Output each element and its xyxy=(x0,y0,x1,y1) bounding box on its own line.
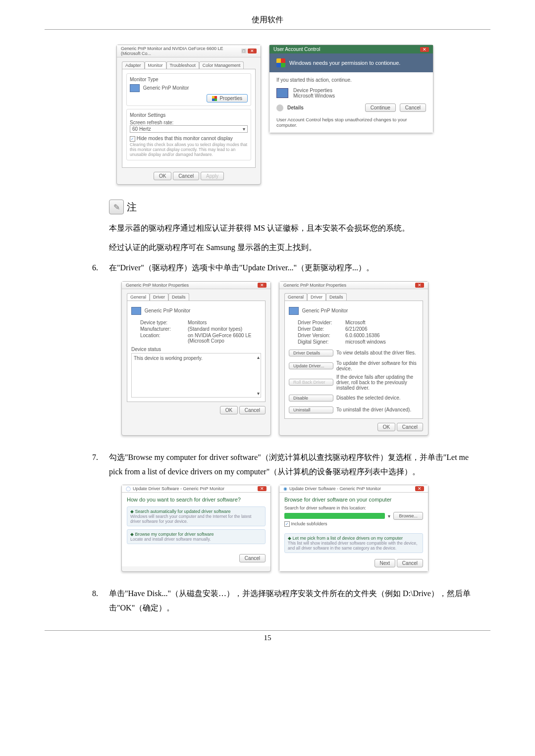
monitor-name: Generic PnP Monitor xyxy=(302,307,348,313)
wizard-heading: Browse for driver software on your compu… xyxy=(284,497,423,503)
tab-general[interactable]: General xyxy=(127,293,150,301)
status-label: Device status xyxy=(131,347,261,352)
tab-driver[interactable]: Driver xyxy=(150,293,168,301)
ok-button[interactable]: OK xyxy=(154,172,171,180)
header-rule xyxy=(45,29,490,30)
dialog-title-text: Generic PnP Monitor and NVIDIA GeForce 6… xyxy=(121,46,241,56)
tab-driver[interactable]: Driver xyxy=(307,293,326,301)
cancel-button[interactable]: Cancel xyxy=(173,172,199,180)
driver-details-desc: To view details about the driver files. xyxy=(336,350,419,355)
tab-general[interactable]: General xyxy=(284,293,307,301)
browse-computer-option[interactable]: ◆ Browse my computer for driver software… xyxy=(127,529,266,544)
dialog-title-text: Generic PnP Monitor Properties xyxy=(283,283,346,288)
l-provider: Driver Provider: xyxy=(298,320,342,325)
close-icon[interactable]: ✕ xyxy=(420,47,429,52)
device-properties-driver: Generic PnP Monitor Properties ✕ General… xyxy=(279,281,428,436)
close-icon[interactable]: ✕ xyxy=(415,486,424,491)
rollback-driver-desc: If the device fails after updating the d… xyxy=(336,374,419,391)
cancel-button[interactable]: Cancel xyxy=(239,554,266,562)
l-manufacturer: Manufacturer: xyxy=(140,326,185,332)
refresh-rate-label: Screen refresh rate: xyxy=(130,120,248,125)
step-7-text: 勾选"Browse my computer for driver softwar… xyxy=(109,451,476,479)
include-subfolders-checkbox[interactable]: ✓ xyxy=(284,521,290,527)
chevron-down-icon[interactable]: ▾ xyxy=(388,513,390,519)
page-header-title: 使用软件 xyxy=(45,15,490,25)
step-6-number: 6. xyxy=(75,261,109,275)
disable-button[interactable]: Disable xyxy=(289,395,333,402)
uac-message: Windows needs your permission to contion… xyxy=(289,60,400,66)
scroll-down-icon[interactable]: ▾ xyxy=(257,391,260,396)
v-manufacturer: (Standard monitor types) xyxy=(188,326,261,332)
monitor-icon xyxy=(130,84,140,92)
monitor-name: Generic PnP Monitor xyxy=(145,307,191,313)
uac-device-prop: Device Properties xyxy=(293,88,335,93)
hide-modes-checkbox[interactable]: ✓ xyxy=(130,136,135,142)
v-signer: microsoft windows xyxy=(345,339,419,345)
v-location: on NVIDIA GeForce 6600 LE (Microsoft Cor… xyxy=(188,333,261,344)
uninstall-button[interactable]: Uninstall xyxy=(289,406,333,413)
tab-details[interactable]: Details xyxy=(168,293,189,301)
l-version: Driver Version: xyxy=(298,333,342,338)
cancel-button[interactable]: Cancel xyxy=(397,423,423,431)
apply-button[interactable]: Apply xyxy=(201,172,224,180)
location-field[interactable] xyxy=(284,513,385,519)
properties-button[interactable]: Properties xyxy=(207,94,248,102)
monitor-name: Generic PnP Monitor xyxy=(143,85,189,91)
tab-color-management[interactable]: Color Management xyxy=(199,61,244,69)
monitor-settings-label: Monitor Settings xyxy=(130,112,248,118)
ok-button[interactable]: OK xyxy=(220,406,238,414)
back-icon[interactable]: ◉ xyxy=(283,486,287,491)
back-icon[interactable]: ◯ xyxy=(126,486,131,491)
dialog-title-text: Generic PnP Monitor Properties xyxy=(126,283,189,288)
tab-troubleshoot[interactable]: Troubleshoot xyxy=(166,61,199,69)
hide-modes-desc: Clearing this check box allows you to se… xyxy=(130,142,248,157)
next-button[interactable]: Next xyxy=(374,559,396,567)
v-version: 6.0.6000.16386 xyxy=(345,333,419,338)
close-icon[interactable]: ✕ xyxy=(248,49,257,53)
cancel-button[interactable]: Cancel xyxy=(400,103,426,112)
refresh-rate-select[interactable]: 60 Hertz▾ xyxy=(130,125,248,133)
scroll-up-icon[interactable]: ▴ xyxy=(257,354,260,360)
step-6-text: 在"Driver"（驱动程序）选项卡中单击"Update Driver..."（… xyxy=(109,261,374,275)
uac-ms-windows: Microsoft Windows xyxy=(293,93,335,99)
tab-monitor[interactable]: Monitor xyxy=(145,61,166,69)
tab-details[interactable]: Details xyxy=(326,293,347,301)
device-icon xyxy=(276,88,288,98)
rollback-driver-button[interactable]: Roll Back Driver xyxy=(289,379,333,386)
uac-title-text: User Account Control xyxy=(273,47,321,52)
search-auto-option[interactable]: ◆ Search automatically for updated drive… xyxy=(127,506,266,526)
v-date: 6/21/2006 xyxy=(345,326,419,332)
window-controls[interactable]: □ ✕ xyxy=(241,49,257,53)
step-7-number: 7. xyxy=(75,451,109,479)
include-subfolders-label: Include subfolders xyxy=(291,521,327,526)
monitor-settings-dialog: Generic PnP Monitor and NVIDIA GeForce 6… xyxy=(116,45,261,185)
let-me-pick-option[interactable]: ◆ Let me pick from a list of device driv… xyxy=(284,533,423,553)
monitor-icon xyxy=(289,307,299,315)
update-driver-wizard-1: ◯ Update Driver Software - Generic PnP M… xyxy=(121,485,271,572)
monitor-icon xyxy=(131,307,141,315)
continue-button[interactable]: Continue xyxy=(365,103,396,112)
status-textarea: This device is working properly. ▴ ▾ xyxy=(131,353,261,398)
cancel-button[interactable]: Cancel xyxy=(397,559,423,567)
expand-icon[interactable] xyxy=(276,104,283,111)
chevron-down-icon: ▾ xyxy=(243,126,245,132)
browse-button[interactable]: Browse... xyxy=(393,512,423,520)
uac-dialog: User Account Control ✕ Windows needs you… xyxy=(269,45,433,133)
tab-adapter[interactable]: Adapter xyxy=(122,61,145,69)
cancel-button[interactable]: Cancel xyxy=(239,406,266,414)
driver-details-button[interactable]: Driver Details xyxy=(289,350,333,356)
shield-icon xyxy=(212,96,217,101)
update-driver-button[interactable]: Update Driver... xyxy=(289,362,333,369)
close-icon[interactable]: ✕ xyxy=(258,283,267,288)
wizard-heading: How do you want to search for driver sof… xyxy=(127,497,266,503)
disable-desc: Disables the selected device. xyxy=(336,395,419,401)
close-icon[interactable]: ✕ xyxy=(415,283,424,288)
close-icon[interactable]: ✕ xyxy=(258,486,267,491)
uac-details[interactable]: Details xyxy=(287,105,361,110)
step-8-text: 单击"Have Disk..."（从磁盘安装…），并选择驱动程序安装文件所在的文… xyxy=(109,587,476,615)
uninstall-desc: To uninstall the driver (Advanced). xyxy=(336,407,419,412)
ok-button[interactable]: OK xyxy=(377,423,395,431)
l-signer: Digital Signer: xyxy=(298,339,342,345)
note-label: 注 xyxy=(127,201,137,214)
footer-rule xyxy=(45,630,490,631)
